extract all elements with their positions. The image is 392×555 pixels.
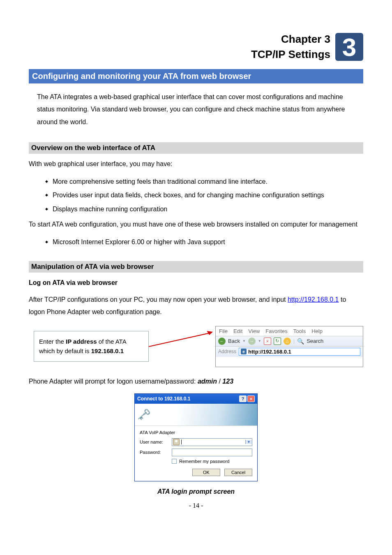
address-input[interactable]: e http://192.168.0.1 [239,348,360,356]
address-label: Address [218,349,236,354]
refresh-icon[interactable]: ↻ [274,338,281,345]
ok-button[interactable]: OK [192,469,220,476]
svg-marker-1 [207,331,213,335]
overview-intro: With web graphical user interface, you m… [29,158,363,170]
overview-para2: To start ATA web configuration, you must… [29,218,363,231]
username-input[interactable]: ▼ [172,438,252,446]
back-icon[interactable]: ← [218,338,226,345]
login-dialog: Connect to 192.168.0.1 ? × 🗝️ ATA VoIP A… [134,393,258,481]
stop-icon[interactable]: × [264,338,271,345]
password-label: Password: [140,450,168,455]
cancel-button[interactable]: Cancel [224,469,252,476]
menu-edit[interactable]: Edit [233,328,242,334]
list-item: Displays machine running configuration [45,204,363,215]
menu-view[interactable]: View [248,328,260,334]
server-name: ATA VoIP Adapter [140,430,252,435]
dialog-title: Connect to 192.168.0.1 [137,396,190,402]
forward-dropdown-icon[interactable]: ▼ [258,339,261,343]
subsection-heading-manipulation: Manipulation of ATA via web browser [29,261,363,273]
username-label: User name: [140,439,168,444]
intro-paragraph: The ATA integrates a web-based graphical… [37,91,355,128]
svg-line-0 [149,333,212,347]
manipulation-subtitle: Log on ATA via web browser [29,277,363,289]
ie-page-icon: e [241,349,247,354]
search-icon[interactable]: 🔍 [297,338,304,345]
back-dropdown-icon[interactable]: ▼ [242,339,246,343]
user-icon [173,439,180,445]
page-number: - 14 - [29,502,363,509]
list-item: More comprehensive setting feels than tr… [45,176,363,187]
back-button[interactable]: Back [228,338,240,344]
callout-arrow [149,326,215,367]
credentials-paragraph: Phone Adapter will prompt for logon user… [29,375,363,388]
search-button[interactable]: Search [307,338,323,344]
dropdown-icon[interactable]: ▼ [245,440,252,444]
section-heading: Configuring and monitoring your ATA from… [29,69,363,83]
close-button-icon[interactable]: × [247,395,255,402]
figure-caption: ATA login prompt screen [29,488,363,495]
home-icon[interactable]: ⌂ [284,338,291,345]
chapter-number-badge: 3 [335,33,363,61]
menu-favorites[interactable]: Favorites [265,328,287,334]
remember-label: Remember my password [179,459,229,464]
chapter-title: TCP/IP Settings [251,48,330,61]
menu-file[interactable]: File [219,328,228,334]
keys-icon: 🗝️ [137,408,150,421]
forward-icon[interactable]: → [248,338,256,345]
ip-address-link[interactable]: http://192.168.0.1 [288,296,339,303]
remember-checkbox[interactable] [172,459,177,464]
help-button-icon[interactable]: ? [239,395,247,402]
password-input[interactable] [172,449,252,456]
chapter-label: Chapter 3 [251,33,330,46]
list-item: Microsoft Internet Explorer 6.00 or high… [45,237,363,247]
subsection-heading-overview: Overview on the web interface of ATA [29,142,363,154]
callout-box: Enter the IP address of the ATA which by… [34,331,149,362]
manipulation-paragraph: After TCP/IP configurations on your PC, … [29,294,363,319]
menu-help[interactable]: Help [311,328,323,334]
list-item: Provides user input data fields, check b… [45,190,363,201]
browser-window: File Edit View Favorites Tools Help ← Ba… [215,326,363,367]
menu-tools[interactable]: Tools [293,328,306,334]
